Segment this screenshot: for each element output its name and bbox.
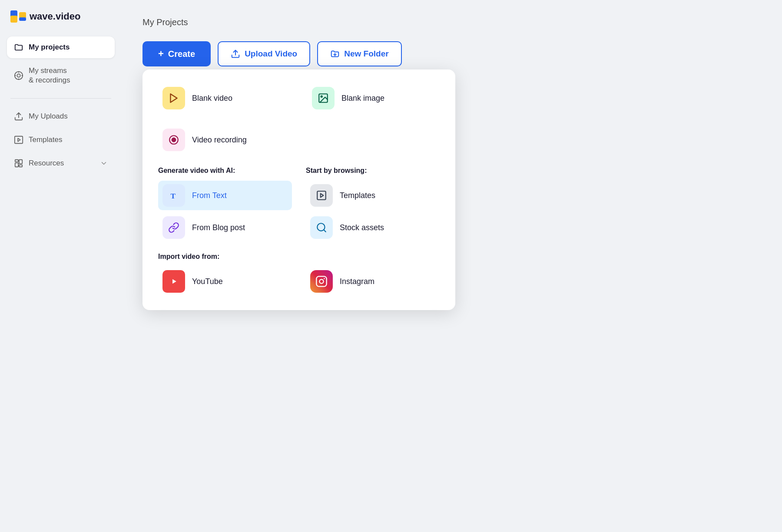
svg-rect-16 — [19, 160, 22, 164]
sidebar-divider — [10, 98, 111, 99]
sidebar-label-templates: Templates — [29, 135, 62, 144]
from-blog-item[interactable]: From Blog post — [158, 213, 292, 242]
sidebar: wave.video My projects My streams& recor… — [0, 0, 122, 532]
new-folder-icon — [330, 49, 340, 59]
svg-rect-11 — [15, 136, 23, 144]
browse-section-heading: Start by browsing: — [306, 167, 440, 175]
logo-text: wave.video — [30, 11, 80, 22]
svg-text:T: T — [170, 192, 176, 200]
main-content: My Projects + Create Upload Video — [122, 0, 782, 532]
new-folder-button[interactable]: New Folder — [317, 41, 401, 66]
sidebar-item-streams[interactable]: My streams& recordings — [7, 60, 115, 91]
new-folder-label: New Folder — [344, 49, 388, 59]
svg-marker-30 — [172, 279, 176, 284]
blank-video-label: Blank video — [192, 94, 232, 103]
svg-rect-26 — [317, 191, 326, 200]
templates-browse-icon-box — [310, 184, 333, 207]
video-recording-icon-box — [162, 129, 185, 151]
upload-video-button[interactable]: Upload Video — [218, 41, 310, 66]
stock-assets-item[interactable]: Stock assets — [306, 213, 440, 242]
stock-assets-label: Stock assets — [340, 223, 384, 232]
page-title: My Projects — [142, 17, 761, 27]
logo: wave.video — [7, 10, 115, 23]
svg-rect-31 — [316, 276, 326, 286]
svg-line-29 — [324, 230, 326, 232]
create-dropdown: Blank video Blank image — [142, 69, 455, 310]
sidebar-item-my-projects[interactable]: My projects — [7, 36, 115, 58]
from-text-icon-box: T — [162, 184, 185, 207]
svg-rect-1 — [10, 16, 17, 23]
upload-video-icon — [231, 49, 240, 59]
import-section: Import video from: YouTube — [158, 253, 440, 296]
video-recording-label: Video recording — [192, 135, 247, 145]
svg-marker-27 — [321, 194, 324, 198]
browse-section: Start by browsing: Templates — [306, 167, 440, 242]
logo-icon — [10, 10, 26, 23]
blank-image-item[interactable]: Blank image — [308, 83, 440, 113]
upload-video-label: Upload Video — [245, 49, 297, 59]
blank-video-icon-box — [162, 87, 185, 109]
svg-marker-12 — [18, 139, 20, 142]
sidebar-label-my-projects: My projects — [29, 43, 70, 52]
youtube-label: YouTube — [192, 277, 223, 286]
sidebar-item-uploads[interactable]: My Uploads — [7, 106, 115, 127]
plus-icon: + — [158, 48, 164, 59]
upload-icon — [14, 112, 23, 121]
create-button[interactable]: + Create — [142, 41, 211, 66]
streams-icon — [14, 71, 23, 80]
ai-browse-section: Generate video with AI: T From Text — [158, 167, 440, 242]
sidebar-item-resources[interactable]: Resources — [7, 152, 115, 174]
svg-point-33 — [324, 278, 325, 279]
ai-section-heading: Generate video with AI: — [158, 167, 292, 175]
templates-icon — [14, 135, 23, 145]
from-blog-icon-box — [162, 216, 185, 239]
instagram-item[interactable]: Instagram — [306, 267, 440, 296]
svg-point-24 — [172, 138, 176, 142]
svg-rect-3 — [19, 17, 26, 21]
from-text-label: From Text — [192, 191, 227, 200]
sidebar-label-resources: Resources — [29, 159, 64, 168]
blank-image-icon-box — [312, 87, 335, 109]
sidebar-label-streams: My streams& recordings — [29, 66, 70, 85]
svg-point-32 — [319, 279, 323, 283]
ai-section: Generate video with AI: T From Text — [158, 167, 292, 242]
stock-assets-icon-box — [310, 216, 333, 239]
from-text-item[interactable]: T From Text — [158, 181, 292, 210]
toolbar: + Create Upload Video New Folder — [142, 41, 761, 66]
resources-icon — [14, 159, 23, 168]
blank-image-label: Blank image — [341, 94, 384, 103]
sidebar-label-uploads: My Uploads — [29, 112, 68, 121]
svg-marker-20 — [170, 94, 177, 102]
svg-point-22 — [321, 96, 322, 97]
import-row: YouTube Instagram — [158, 267, 440, 296]
blank-video-item[interactable]: Blank video — [158, 83, 290, 113]
resources-chevron-icon — [100, 159, 108, 167]
top-create-row: Blank video Blank image — [158, 83, 440, 113]
instagram-icon-box — [310, 270, 333, 293]
from-blog-label: From Blog post — [192, 223, 245, 232]
instagram-label: Instagram — [340, 277, 374, 286]
folder-icon — [14, 43, 23, 52]
sidebar-item-templates[interactable]: Templates — [7, 129, 115, 151]
svg-rect-13 — [15, 160, 18, 162]
templates-browse-item[interactable]: Templates — [306, 181, 440, 210]
import-section-heading: Import video from: — [158, 253, 440, 261]
video-recording-item[interactable]: Video recording — [158, 125, 297, 155]
templates-browse-label: Templates — [340, 191, 375, 200]
create-label: Create — [168, 49, 195, 59]
youtube-icon-box — [162, 270, 185, 293]
svg-rect-14 — [15, 163, 18, 167]
youtube-item[interactable]: YouTube — [158, 267, 292, 296]
svg-point-5 — [17, 74, 20, 77]
svg-rect-15 — [19, 165, 22, 167]
